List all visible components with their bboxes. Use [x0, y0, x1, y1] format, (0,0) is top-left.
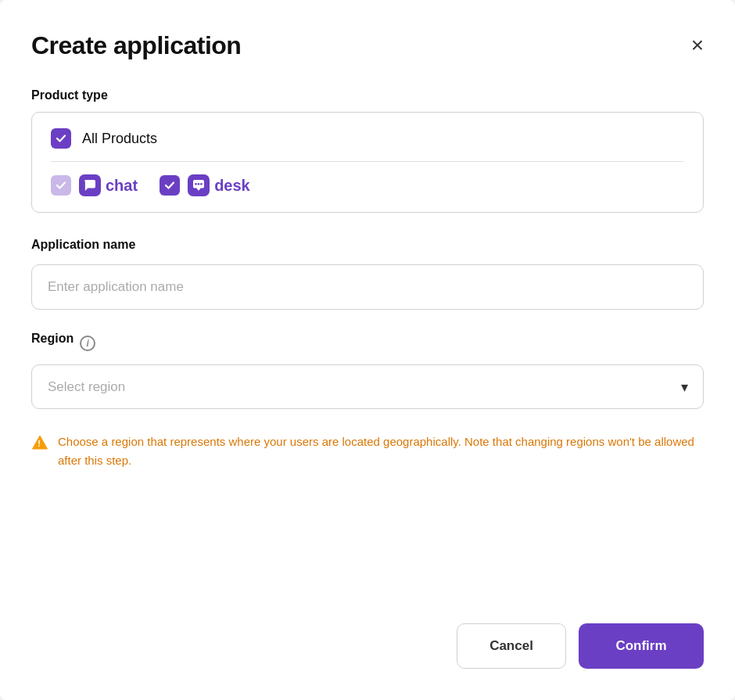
region-select[interactable]: Select region: [31, 364, 704, 409]
product-options-row: chat: [51, 174, 684, 196]
modal-title: Create application: [31, 31, 241, 60]
chat-label: chat: [106, 177, 138, 195]
modal-footer: Cancel Confirm: [31, 608, 704, 669]
warning-triangle-icon: !: [31, 434, 48, 454]
chat-option[interactable]: chat: [51, 174, 138, 196]
chat-checkbox[interactable]: [51, 175, 71, 196]
product-type-section: Product type All Products: [31, 88, 704, 238]
warning-icon-svg: !: [31, 434, 48, 451]
region-section: Region i Select region ▾: [31, 332, 704, 409]
chat-product-icon: chat: [79, 174, 138, 196]
region-info-icon: i: [80, 336, 95, 351]
application-name-label: Application name: [31, 238, 704, 252]
checkmark-icon: [56, 133, 66, 144]
chat-checkmark-icon: [56, 180, 66, 191]
create-application-modal: Create application × Product type All Pr…: [0, 0, 735, 700]
svg-text:!: !: [38, 439, 41, 448]
desk-option[interactable]: desk: [160, 174, 250, 196]
all-products-row: All Products: [51, 128, 684, 162]
cancel-button[interactable]: Cancel: [457, 623, 566, 669]
all-products-checkbox[interactable]: [51, 128, 71, 149]
region-warning-box: ! Choose a region that represents where …: [31, 433, 704, 470]
region-warning-text: Choose a region that represents where yo…: [58, 433, 704, 470]
application-name-input[interactable]: [31, 264, 704, 310]
all-products-label: All Products: [82, 131, 157, 147]
svg-point-3: [198, 183, 200, 185]
modal-header: Create application ×: [31, 31, 704, 60]
confirm-button[interactable]: Confirm: [579, 623, 704, 669]
close-button[interactable]: ×: [691, 34, 704, 56]
region-label-row: Region i: [31, 332, 704, 355]
product-type-label: Product type: [31, 88, 704, 102]
desk-checkbox[interactable]: [160, 175, 180, 196]
desk-bubble-icon: [188, 174, 210, 196]
desk-product-icon: desk: [188, 174, 250, 196]
desk-label: desk: [214, 177, 250, 195]
region-select-wrapper: Select region ▾: [31, 364, 704, 409]
desk-checkmark-icon: [164, 180, 175, 191]
product-type-box: All Products chat: [31, 112, 704, 213]
application-name-section: Application name: [31, 238, 704, 310]
svg-point-4: [200, 183, 203, 185]
region-label: Region: [31, 332, 74, 346]
svg-point-2: [195, 183, 197, 185]
chat-bubble-icon: [79, 174, 101, 196]
